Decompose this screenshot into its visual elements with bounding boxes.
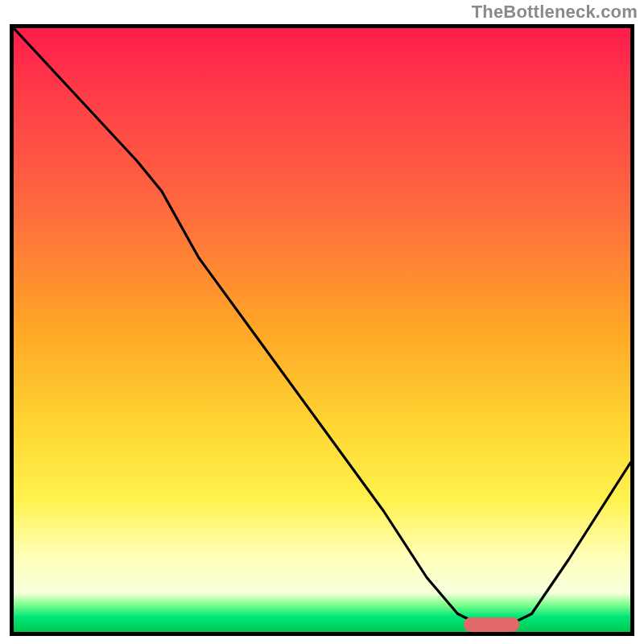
watermark-text: TheBottleneck.com: [472, 2, 638, 23]
chart-root: TheBottleneck.com: [0, 0, 644, 644]
gradient-background: [14, 28, 630, 632]
plot-frame: [10, 24, 634, 636]
